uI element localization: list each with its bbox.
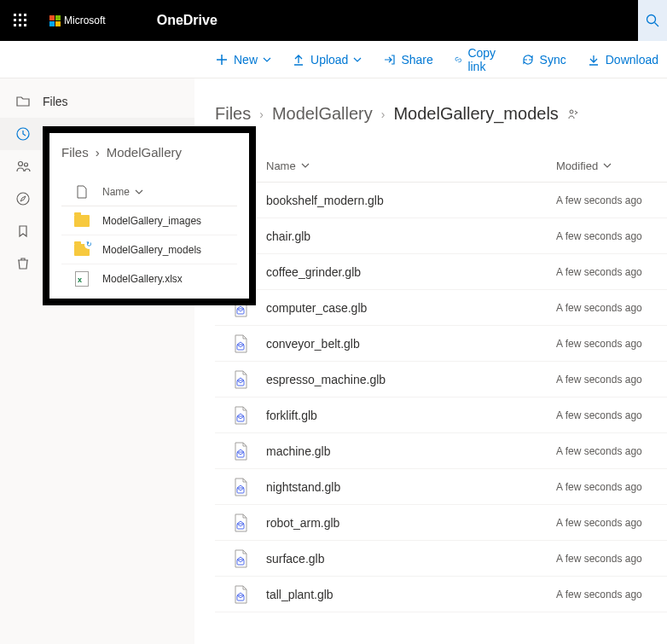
inset-file-row[interactable]: ModelGallery_models — [61, 235, 237, 264]
sync-icon — [521, 53, 535, 67]
inset-file-row[interactable]: ModelGallery.xlsx — [61, 264, 237, 293]
file-name-cell[interactable]: tall_plant.glb — [266, 588, 556, 601]
permissions-icon[interactable] — [567, 108, 579, 120]
upload-label: Upload — [310, 53, 348, 67]
sidebar-item-label: Files — [43, 95, 68, 108]
col-name-header[interactable]: Name — [266, 160, 556, 172]
file-row[interactable]: machine.glbA few seconds ago — [215, 433, 667, 469]
file-modified-cell: A few seconds ago — [556, 338, 667, 350]
waffle-icon — [14, 14, 27, 27]
file-list: bookshelf_modern.glbA few seconds agocha… — [215, 183, 667, 612]
chevron-down-icon — [603, 161, 612, 170]
file-type-cell — [215, 370, 266, 389]
file-modified-cell: A few seconds ago — [556, 553, 667, 565]
file-name-cell[interactable]: surface.glb — [266, 552, 556, 566]
file-row[interactable]: surface.glbA few seconds ago — [215, 541, 667, 577]
breadcrumb: Files › ModelGallery › ModelGallery_mode… — [215, 104, 667, 124]
excel-file-icon — [75, 271, 89, 287]
file-modified-cell: A few seconds ago — [556, 445, 667, 457]
copy-link-button[interactable]: Copy link — [445, 41, 509, 78]
file-name-cell[interactable]: nightstand.glb — [266, 480, 556, 494]
download-icon — [587, 53, 600, 67]
file-type-cell — [215, 442, 266, 461]
file-type-cell — [215, 406, 266, 425]
file-name-cell[interactable]: coffee_grinder.glb — [266, 265, 556, 279]
chevron-right-icon: › — [259, 107, 264, 121]
search-button[interactable] — [638, 0, 667, 41]
breadcrumb-mid[interactable]: ModelGallery — [272, 104, 373, 124]
file-name-cell[interactable]: computer_case.glb — [266, 301, 556, 315]
file-row[interactable]: tall_plant.glbA few seconds ago — [215, 577, 667, 612]
app-launcher-button[interactable] — [0, 0, 41, 41]
sync-label: Sync — [540, 53, 566, 67]
file-modified-cell: A few seconds ago — [556, 374, 667, 386]
share-icon — [382, 53, 396, 67]
inset-bc-root[interactable]: Files — [61, 145, 89, 160]
svg-rect-6 — [14, 24, 16, 26]
sidebar-item-files[interactable]: Files — [0, 85, 194, 118]
upload-button[interactable]: Upload — [283, 41, 370, 78]
file-modified-cell: A few seconds ago — [556, 302, 667, 314]
file-type-cell — [215, 334, 266, 353]
file-name-cell[interactable]: chair.glb — [266, 229, 556, 243]
chevron-down-icon — [263, 55, 271, 64]
inset-col-name-header[interactable]: Name — [102, 186, 237, 198]
sidebar: Files Recent Shared Files › ModelGall — [0, 78, 194, 644]
new-label: New — [234, 53, 258, 67]
top-header: Microsoft OneDrive — [0, 0, 667, 41]
bookmark-icon — [15, 223, 31, 239]
glb-file-icon — [233, 549, 248, 568]
clock-icon — [15, 126, 31, 142]
file-row[interactable]: coffee_grinder.glbA few seconds ago — [215, 254, 667, 290]
chevron-down-icon — [353, 55, 362, 64]
inset-file-row[interactable]: ModelGallery_images — [61, 206, 237, 235]
file-type-cell — [215, 513, 266, 532]
link-icon — [454, 53, 463, 67]
file-row[interactable]: chair.glbA few seconds ago — [215, 218, 667, 254]
vendor-label: Microsoft — [64, 15, 106, 26]
file-name-cell[interactable]: robot_arm.glb — [266, 516, 556, 530]
file-name-cell[interactable]: machine.glb — [266, 444, 556, 458]
file-row[interactable]: computer_case.glbA few seconds ago — [215, 290, 667, 326]
file-modified-cell: A few seconds ago — [556, 481, 667, 493]
file-name-cell[interactable]: conveyor_belt.glb — [266, 337, 556, 351]
file-row[interactable]: robot_arm.glbA few seconds ago — [215, 505, 667, 541]
inset-col-icon-header[interactable] — [61, 185, 102, 199]
microsoft-logo: Microsoft — [49, 15, 106, 26]
file-name-cell[interactable]: espresso_machine.glb — [266, 373, 556, 386]
file-icon — [76, 185, 88, 199]
glb-file-icon — [233, 513, 248, 532]
breadcrumb-root[interactable]: Files — [215, 104, 251, 124]
file-name-cell[interactable]: forklift.glb — [266, 409, 556, 422]
col-modified-header[interactable]: Modified — [556, 160, 667, 172]
share-label: Share — [401, 53, 432, 67]
file-modified-cell: A few seconds ago — [556, 409, 667, 421]
svg-rect-0 — [14, 14, 16, 16]
inset-bc-current: ModelGallery — [107, 145, 182, 160]
command-bar: New Upload Share Copy link Sync Download — [0, 41, 667, 78]
sync-button[interactable]: Sync — [513, 41, 575, 78]
plus-icon — [215, 53, 229, 67]
file-row[interactable]: nightstand.glbA few seconds ago — [215, 469, 667, 505]
people-icon — [15, 159, 31, 174]
share-button[interactable]: Share — [374, 41, 441, 78]
download-button[interactable]: Download — [578, 41, 667, 78]
file-table-header: Name Modified — [215, 153, 667, 183]
file-row[interactable]: espresso_machine.glbA few seconds ago — [215, 362, 667, 397]
file-type-cell — [215, 585, 266, 604]
file-row[interactable]: bookshelf_modern.glbA few seconds ago — [215, 183, 667, 218]
new-button[interactable]: New — [206, 41, 280, 78]
file-row[interactable]: conveyor_belt.glbA few seconds ago — [215, 326, 667, 362]
main-content: Files › ModelGallery › ModelGallery_mode… — [194, 78, 667, 644]
file-row[interactable]: forklift.glbA few seconds ago — [215, 397, 667, 433]
glb-file-icon — [233, 370, 248, 389]
glb-file-icon — [233, 478, 248, 496]
inset-file-name: ModelGallery_models — [102, 244, 201, 256]
chevron-down-icon — [301, 161, 310, 170]
folder-icon — [15, 94, 31, 109]
file-modified-cell: A few seconds ago — [556, 266, 667, 278]
file-name-cell[interactable]: bookshelf_modern.glb — [266, 194, 556, 207]
file-type-cell — [215, 549, 266, 568]
upload-icon — [292, 53, 305, 67]
microsoft-flag-icon — [49, 15, 61, 26]
